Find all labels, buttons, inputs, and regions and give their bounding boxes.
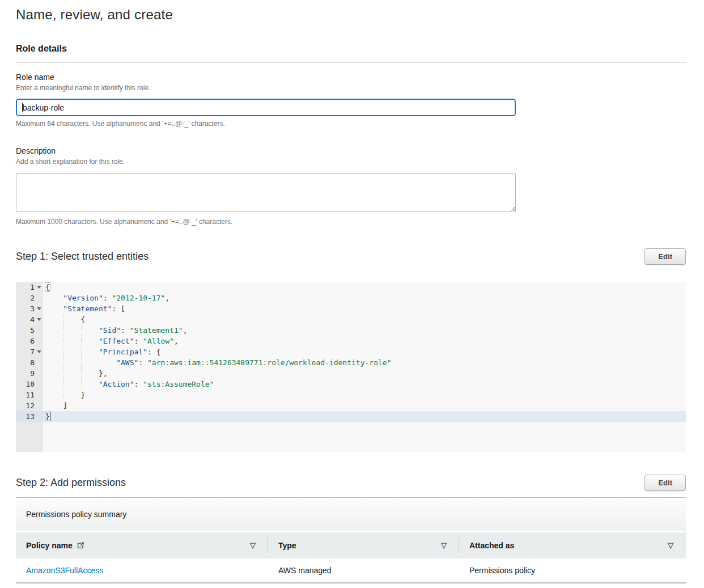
step1-edit-button[interactable]: Edit	[644, 248, 686, 265]
code-line[interactable]: "Version": "2012-10-17",	[43, 293, 686, 303]
permissions-table-header: Policy name▽Type▽Attached as▽	[16, 532, 686, 559]
indent-guide	[63, 336, 80, 346]
gutter-line-number: 9	[16, 368, 43, 379]
description-field-group: Description Add a short explanation for …	[16, 146, 686, 226]
step2-header-row: Step 2: Add permissions Edit	[16, 475, 686, 491]
filter-triangle-icon[interactable]: ▽	[441, 541, 447, 549]
filter-triangle-icon[interactable]: ▽	[250, 541, 256, 549]
fold-arrow-icon[interactable]	[37, 318, 41, 321]
step1-heading: Step 1: Select trusted entities	[16, 251, 149, 263]
step2-edit-button[interactable]: Edit	[644, 475, 686, 491]
gutter-line-number: 8	[16, 357, 43, 368]
gutter-line-number: 7	[16, 346, 43, 357]
gutter-line-number: 4	[16, 314, 43, 325]
section-divider	[16, 62, 686, 63]
code-line[interactable]: "Statement": [	[43, 303, 686, 314]
page-container: Name, review, and create Role details Ro…	[0, 0, 704, 583]
description-textarea[interactable]	[16, 173, 516, 212]
code-line[interactable]: "Sid": "Statement1",	[43, 325, 686, 336]
code-line[interactable]: "Action": "sts:AssumeRole"	[43, 379, 686, 390]
code-line[interactable]: }	[43, 390, 686, 400]
policy-name-link[interactable]: AmazonS3FullAccess	[26, 566, 103, 575]
indent-guide	[63, 346, 80, 357]
code-line[interactable]: }	[43, 411, 686, 422]
permissions-table-body: AmazonS3FullAccessAWS managedPermissions…	[16, 559, 686, 583]
description-help: Add a short explanation for this role.	[16, 158, 686, 166]
code-line[interactable]: ]	[43, 400, 686, 411]
fold-arrow-icon[interactable]	[37, 307, 41, 310]
step2-heading: Step 2: Add permissions	[16, 477, 126, 489]
code-line[interactable]: {	[43, 282, 686, 293]
permissions-summary-panel-header: Permissions policy summary	[16, 498, 686, 531]
indent-guide	[99, 357, 116, 368]
gutter-line-number: 10	[16, 379, 43, 390]
code-line[interactable]: "AWS": "arn:aws:iam::541263489771:role/w…	[43, 357, 686, 368]
column-header-label: Attached as	[469, 541, 514, 550]
indent-guide	[63, 325, 80, 336]
column-header-type[interactable]: Type▽	[268, 532, 459, 559]
description-label: Description	[16, 146, 686, 155]
code-line[interactable]: "Principal": {	[43, 346, 686, 357]
external-link-icon	[77, 542, 84, 549]
column-header-label: Policy name	[26, 541, 73, 550]
editor-gutter: 12345678910111213	[16, 282, 43, 452]
editor-code-area[interactable]: { "Version": "2012-10-17", "Statement": …	[43, 282, 686, 452]
code-line[interactable]: {	[43, 314, 686, 325]
table-cell: AmazonS3FullAccess	[16, 559, 268, 582]
column-header-label: Type	[278, 541, 296, 550]
role-name-help: Enter a meaningful name to identify this…	[16, 84, 686, 92]
permissions-summary-title: Permissions policy summary	[16, 510, 126, 519]
gutter-line-number: 13	[16, 411, 43, 422]
description-hint: Maximum 1000 characters. Use alphanumeri…	[16, 218, 686, 226]
indent-guide	[81, 346, 99, 357]
table-cell: AWS managed	[268, 559, 459, 582]
role-name-label: Role name	[16, 73, 686, 82]
indent-guide	[81, 357, 99, 368]
trust-policy-json-editor[interactable]: 12345678910111213 { "Version": "2012-10-…	[16, 282, 686, 452]
column-header-policy-name[interactable]: Policy name▽	[16, 532, 268, 559]
indent-guide	[81, 336, 99, 346]
indent-guide	[63, 368, 80, 379]
gutter-line-number: 11	[16, 390, 43, 400]
indent-guide	[81, 325, 99, 336]
indent-guide	[63, 357, 80, 368]
gutter-line-number: 5	[16, 325, 43, 336]
gutter-line-number: 1	[16, 282, 43, 293]
permissions-table: Policy name▽Type▽Attached as▽ AmazonS3Fu…	[16, 532, 686, 583]
fold-arrow-icon[interactable]	[37, 350, 41, 353]
filter-triangle-icon[interactable]: ▽	[668, 541, 673, 549]
role-name-field-group: Role name Enter a meaningful name to ide…	[16, 73, 686, 128]
column-header-attached-as[interactable]: Attached as▽	[459, 532, 686, 559]
indent-guide	[81, 379, 99, 390]
role-name-input-wrap	[16, 99, 516, 116]
indent-guide	[81, 368, 99, 379]
gutter-line-number: 6	[16, 336, 43, 346]
role-name-input[interactable]	[16, 99, 516, 116]
gutter-line-number: 3	[16, 303, 43, 314]
editor-cursor	[50, 412, 50, 421]
role-details-heading: Role details	[16, 44, 686, 54]
role-name-hint: Maximum 64 characters. Use alphanumeric …	[16, 120, 686, 128]
indent-guide	[63, 379, 80, 390]
step1-header-row: Step 1: Select trusted entities Edit	[16, 248, 686, 265]
gutter-line-number: 2	[16, 293, 43, 303]
code-line[interactable]: "Effect": "Allow",	[43, 336, 686, 346]
indent-guide	[63, 390, 80, 400]
fold-arrow-icon[interactable]	[37, 286, 41, 289]
table-row: AmazonS3FullAccessAWS managedPermissions…	[16, 559, 686, 583]
table-cell: Permissions policy	[459, 559, 686, 582]
code-line[interactable]: },	[43, 368, 686, 379]
indent-guide	[63, 314, 80, 325]
gutter-line-number: 12	[16, 400, 43, 411]
page-title: Name, review, and create	[16, 0, 686, 23]
